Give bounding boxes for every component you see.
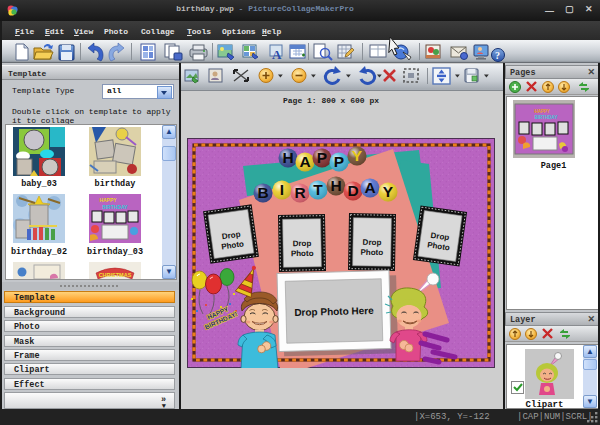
svg-text:Photo: Photo (360, 248, 383, 257)
svg-text:B: B (257, 184, 268, 201)
svg-text:H: H (330, 177, 341, 194)
svg-text:birthday_02: birthday_02 (11, 247, 67, 257)
svg-text:Y: Y (383, 183, 394, 200)
svg-text:birthday: birthday (95, 179, 136, 189)
svg-text:Y: Y (352, 147, 363, 164)
svg-text:BIRTHDAY: BIRTHDAY (535, 115, 558, 120)
svg-text:CHRISTMAS: CHRISTMAS (99, 272, 132, 278)
svg-text:Drop: Drop (293, 239, 312, 248)
svg-text:A: A (272, 47, 282, 62)
svg-text:A: A (364, 179, 375, 196)
svg-text:T: T (313, 181, 323, 198)
svg-text:Photo: Photo (291, 249, 314, 258)
svg-text:BIRTHDAY: BIRTHDAY (102, 204, 128, 210)
svg-text:Drop Photo Here: Drop Photo Here (294, 305, 374, 318)
svg-text:Drop: Drop (363, 238, 382, 247)
svg-text:birthday_03: birthday_03 (87, 247, 143, 257)
svg-text:R: R (294, 184, 305, 201)
svg-text:HAPPY: HAPPY (99, 197, 117, 203)
svg-text:H: H (282, 149, 293, 166)
svg-text:P: P (334, 153, 344, 170)
svg-text:HAPPY: HAPPY (534, 109, 550, 114)
svg-text:A: A (299, 153, 310, 170)
svg-text:P: P (317, 149, 327, 166)
svg-text:baby_03: baby_03 (21, 179, 57, 189)
svg-text:I: I (280, 181, 284, 198)
svg-text:D: D (347, 182, 358, 199)
svg-text:?: ? (495, 50, 500, 61)
